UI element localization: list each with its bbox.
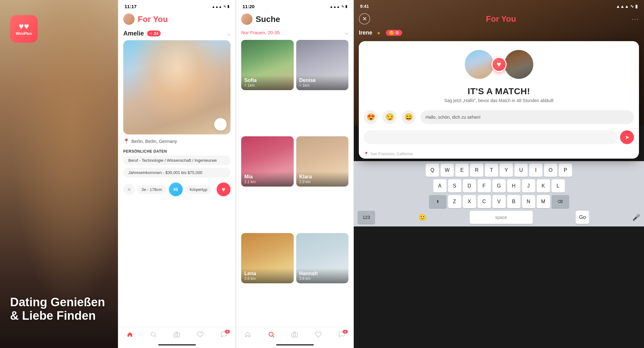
hannah-distance: 3.8 km (299, 276, 346, 281)
keyboard-row-4: 123 🙂 space Go 🎤 (355, 211, 643, 224)
key-j[interactable]: J (522, 179, 535, 193)
search-home-indicator (276, 344, 314, 345)
key-u[interactable]: U (514, 164, 528, 177)
svg-point-4 (269, 332, 273, 336)
key-l[interactable]: L (552, 179, 565, 193)
profile-photo-image (123, 40, 230, 134)
mia-distance: 2.1 km (244, 180, 291, 184)
key-q[interactable]: Q (426, 164, 439, 177)
personal-data-section-title: PERSÖNLICHE DATEN (118, 146, 236, 155)
key-t[interactable]: T (485, 164, 498, 177)
profile-card-lena[interactable]: Lena 3.6 km (241, 233, 294, 283)
key-w[interactable]: W (441, 164, 454, 177)
body-tag: Körpertyp (185, 185, 212, 194)
key-a[interactable]: A (433, 179, 447, 193)
quick-reply-emoji-1[interactable]: 😍 (364, 110, 378, 124)
mic-icon[interactable]: 🎤 (632, 214, 640, 221)
key-o[interactable]: O (544, 164, 557, 177)
man-photo-image (504, 50, 533, 79)
message-input[interactable] (364, 130, 618, 144)
battery-icon: ▮ (227, 4, 229, 8)
profile-card-sofia[interactable]: Sofia < 1km (241, 40, 294, 90)
svg-point-3 (176, 334, 178, 336)
search-nav-search[interactable] (268, 331, 275, 338)
key-p[interactable]: P (559, 164, 572, 177)
key-i[interactable]: I (529, 164, 542, 177)
key-f[interactable]: F (478, 179, 491, 193)
match-for-you-title: For You (486, 14, 516, 24)
dismiss-button[interactable]: ✕ (123, 184, 135, 195)
match-location: 📍 San Francisco, California (359, 149, 639, 159)
key-m[interactable]: M (537, 195, 550, 208)
quick-reply-emoji-3[interactable]: 😄 (402, 110, 415, 124)
profile-card-mia[interactable]: Mia 2.1 km (241, 136, 294, 187)
panel-profile: 11:17 ▲▲▲ ∿ ▮ For You Amelie ♀ 24 ⌵ ♡ 📍 … (118, 0, 236, 348)
search-user-avatar[interactable] (241, 14, 253, 25)
key-delete[interactable]: ⌫ (552, 195, 569, 208)
key-h[interactable]: H (507, 179, 520, 193)
nav-likes[interactable] (197, 331, 204, 338)
key-s[interactable]: S (448, 179, 461, 193)
search-nav-likes[interactable] (315, 331, 322, 338)
search-nav-messages[interactable]: 3 (338, 331, 345, 338)
key-c[interactable]: C (478, 195, 491, 208)
lena-name: Lena (244, 271, 291, 276)
nav-camera[interactable] (173, 331, 180, 338)
svg-line-5 (273, 336, 274, 337)
love-button[interactable]: ♥ (217, 182, 230, 196)
name-age-flex: Amelie ♀ 24 (123, 30, 161, 37)
search-filter-text[interactable]: Nur Frauen, 20-35 (241, 30, 280, 35)
profile-card-hannah[interactable]: Hannah 3.8 km (296, 233, 349, 283)
search-nav-home[interactable] (244, 331, 251, 338)
location-pin-icon: 📍 (123, 138, 130, 144)
close-button[interactable]: ✕ (359, 13, 370, 24)
nav-messages[interactable]: 3 (220, 331, 227, 338)
time-profile: 11:17 (125, 4, 136, 9)
key-x[interactable]: X (463, 195, 476, 208)
message-input-row: ➤ (359, 128, 639, 149)
sofia-name: Sofia (244, 78, 291, 83)
send-button[interactable]: ➤ (620, 130, 634, 144)
key-v[interactable]: V (492, 195, 506, 208)
status-icons-search: ▲▲▲ ∿ ▮ (330, 4, 347, 8)
like-button[interactable]: ♡ (214, 118, 227, 131)
match-heart-icon: ♥ (491, 57, 507, 72)
key-y[interactable]: Y (500, 164, 513, 177)
key-z[interactable]: Z (448, 195, 461, 208)
key-r[interactable]: R (470, 164, 483, 177)
user-avatar[interactable] (123, 14, 135, 25)
key-go[interactable]: Go (576, 211, 589, 224)
nav-home[interactable] (126, 331, 133, 338)
key-space[interactable]: space (470, 211, 533, 224)
key-shift[interactable]: ⬆ (429, 195, 447, 208)
logo-hearts: ♥♥ (19, 22, 29, 31)
time-search: 11:20 (242, 4, 254, 9)
profile-card-denise[interactable]: Denise < 1km (296, 40, 349, 90)
more-options-button[interactable]: ··· (632, 15, 639, 23)
chevron-down-icon[interactable]: ⌵ (227, 30, 230, 37)
for-you-title: For You (138, 14, 168, 24)
key-e[interactable]: E (455, 164, 469, 177)
profile-card-klara[interactable]: Klara 2.9 km (296, 136, 349, 187)
quick-reply-emoji-2[interactable]: 😏 (383, 110, 397, 124)
mia-info: Mia 2.1 km (241, 171, 294, 187)
key-g[interactable]: G (492, 179, 506, 193)
match-subtitle: Sag jetzt „Hallo", bevor das Match in 48… (359, 98, 639, 109)
filter-chevron-icon[interactable]: ⌵ (345, 29, 348, 36)
profile-photo[interactable]: ♡ (123, 40, 230, 134)
key-numbers[interactable]: 123 (358, 211, 375, 224)
key-d[interactable]: D (463, 179, 476, 193)
match-header: ✕ For You ··· (354, 11, 644, 28)
key-n[interactable]: N (522, 195, 535, 208)
hi-button[interactable]: Hi (169, 182, 183, 196)
svg-point-0 (151, 332, 155, 336)
sofia-info: Sofia < 1km (241, 75, 294, 90)
profile-location: 📍 Berlin, Berlin, Germany (118, 134, 236, 146)
quick-reply-text[interactable]: Hallo, schön, dich zu sehen! (420, 110, 634, 124)
search-nav-camera[interactable] (291, 331, 298, 338)
key-b[interactable]: B (507, 195, 520, 208)
nav-search[interactable] (150, 331, 157, 338)
emoji-icon[interactable]: 🙂 (419, 214, 426, 221)
bottom-nav-profile: 3 (118, 327, 236, 344)
key-k[interactable]: K (537, 179, 550, 193)
